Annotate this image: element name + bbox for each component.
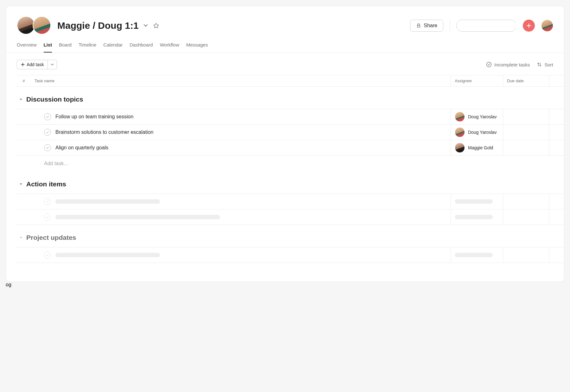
current-user-avatar[interactable]: [541, 20, 553, 32]
sort-button[interactable]: Sort: [537, 62, 553, 67]
col-task-name[interactable]: Task name: [31, 75, 451, 86]
task-row[interactable]: Brainstorm solutions to customer escalat…: [17, 124, 564, 140]
assignee-cell[interactable]: [451, 194, 503, 209]
task-list: [17, 194, 564, 225]
check-icon: [46, 200, 49, 203]
due-date-cell[interactable]: [503, 247, 549, 263]
due-date-cell[interactable]: [503, 140, 549, 155]
star-icon: [153, 22, 160, 29]
task-num: [17, 109, 31, 124]
search-box[interactable]: [456, 20, 516, 32]
row-actions[interactable]: [549, 247, 564, 263]
tab-board[interactable]: Board: [59, 42, 72, 53]
placeholder-bar: [455, 199, 493, 204]
title-dropdown-button[interactable]: [142, 22, 149, 29]
assignee-cell[interactable]: [451, 247, 503, 263]
column-header: # Task name Assignee Due date: [17, 75, 564, 87]
add-task-dropdown-button[interactable]: [48, 60, 57, 69]
task-name-cell[interactable]: [31, 247, 451, 263]
lock-icon: [416, 23, 421, 28]
plus-icon: [21, 63, 25, 66]
section-discussion-topics: Discussion topics Follow up on team trai…: [6, 87, 564, 171]
row-actions[interactable]: [549, 194, 564, 209]
section-header[interactable]: Discussion topics: [17, 87, 564, 109]
filters: Incomplete tasks Sort: [486, 62, 553, 67]
task-name-cell[interactable]: [31, 209, 451, 225]
section-project-updates: Project updates: [6, 225, 564, 263]
task-row[interactable]: Align on quarterly goals Maggie Gold: [17, 140, 564, 156]
row-actions[interactable]: [549, 140, 564, 155]
favorite-button[interactable]: [153, 22, 160, 29]
section-action-items: Action items: [6, 171, 564, 225]
assignee-cell[interactable]: Doug Yaroslav: [451, 125, 503, 140]
toolbar: Add task Incomplete tasks Sort: [6, 53, 564, 75]
task-num: [17, 209, 31, 225]
complete-toggle[interactable]: [44, 198, 51, 205]
project-members-avatars[interactable]: [17, 16, 52, 35]
due-date-cell[interactable]: [503, 209, 549, 225]
task-row-placeholder[interactable]: [17, 209, 564, 225]
chevron-down-icon: [142, 22, 149, 29]
row-actions[interactable]: [549, 109, 564, 124]
task-list: Follow up on team training session Doug …: [17, 109, 564, 156]
complete-toggle[interactable]: [44, 214, 51, 221]
sort-icon: [537, 62, 542, 67]
check-icon: [46, 115, 49, 119]
tab-workflow[interactable]: Workflow: [160, 42, 179, 53]
check-icon: [46, 146, 49, 150]
assignee-cell[interactable]: Doug Yaroslav: [451, 109, 503, 124]
placeholder-bar: [55, 199, 160, 204]
complete-toggle[interactable]: [44, 129, 51, 136]
add-task-button[interactable]: Add task: [17, 60, 48, 69]
task-name: Follow up on team training session: [55, 114, 133, 120]
tab-list[interactable]: List: [44, 42, 52, 53]
due-date-cell[interactable]: [503, 194, 549, 209]
task-name-cell[interactable]: Align on quarterly goals: [31, 140, 451, 155]
assignee-cell[interactable]: [451, 209, 503, 225]
tab-messages[interactable]: Messages: [186, 42, 208, 53]
section-title: Discussion topics: [26, 96, 83, 103]
header-left: Maggie / Doug 1:1: [17, 16, 160, 35]
assignee-name: Doug Yaroslav: [468, 130, 497, 135]
app-frame: Maggie / Doug 1:1 Share: [6, 6, 564, 282]
complete-toggle[interactable]: [44, 113, 51, 120]
placeholder-bar: [55, 253, 160, 257]
task-name-cell[interactable]: Brainstorm solutions to customer escalat…: [31, 125, 451, 140]
task-row-placeholder[interactable]: [17, 194, 564, 209]
complete-toggle[interactable]: [44, 144, 51, 151]
add-task-inline[interactable]: Add task…: [17, 156, 564, 171]
tab-dashboard[interactable]: Dashboard: [130, 42, 153, 53]
due-date-cell[interactable]: [503, 125, 549, 140]
task-row[interactable]: Follow up on team training session Doug …: [17, 109, 564, 124]
filter-incomplete-tasks[interactable]: Incomplete tasks: [486, 62, 530, 67]
triangle-down-icon: [19, 182, 23, 186]
row-actions[interactable]: [549, 209, 564, 225]
row-actions[interactable]: [549, 125, 564, 140]
assignee-avatar: [455, 143, 465, 153]
col-num: #: [17, 75, 31, 86]
tab-timeline[interactable]: Timeline: [79, 42, 96, 53]
assignee-avatar: [455, 127, 465, 137]
section-header[interactable]: Action items: [17, 171, 564, 194]
col-due-date[interactable]: Due date: [503, 75, 549, 86]
share-label: Share: [424, 23, 437, 28]
add-task-group: Add task: [17, 60, 57, 69]
section-header[interactable]: Project updates: [17, 225, 564, 247]
complete-toggle[interactable]: [44, 252, 51, 258]
global-add-button[interactable]: [523, 20, 535, 32]
triangle-down-icon: [19, 235, 23, 240]
share-button[interactable]: Share: [410, 20, 443, 32]
task-name-cell[interactable]: [31, 194, 451, 209]
col-add[interactable]: [549, 75, 564, 86]
tab-calendar[interactable]: Calendar: [103, 42, 123, 53]
task-name: Align on quarterly goals: [55, 145, 108, 151]
search-input[interactable]: [464, 23, 519, 28]
assignee-cell[interactable]: Maggie Gold: [451, 140, 503, 155]
due-date-cell[interactable]: [503, 109, 549, 124]
tab-overview[interactable]: Overview: [17, 42, 37, 53]
col-assignee[interactable]: Assignee: [451, 75, 503, 86]
svg-point-1: [486, 62, 491, 67]
task-row-placeholder[interactable]: [17, 247, 564, 263]
avatar-doug: [33, 16, 51, 34]
task-name-cell[interactable]: Follow up on team training session: [31, 109, 451, 124]
